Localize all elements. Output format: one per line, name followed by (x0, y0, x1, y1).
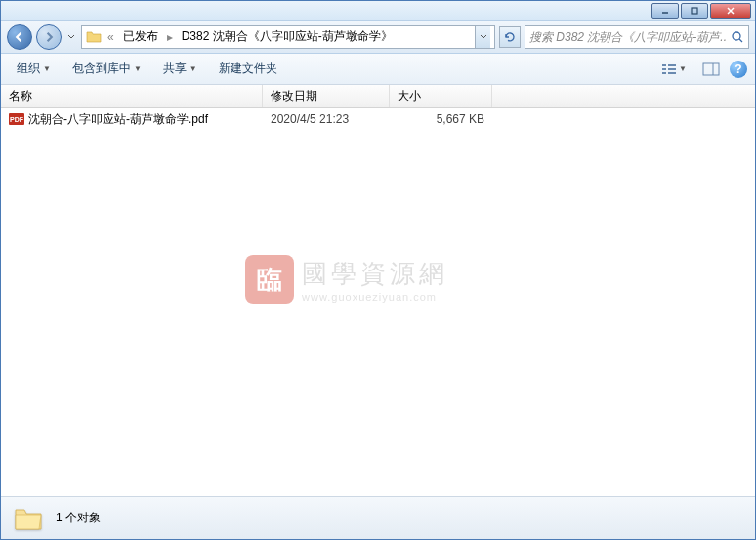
preview-pane-button[interactable] (698, 59, 724, 80)
file-size-cell: 5,667 KB (390, 112, 492, 126)
newfolder-label: 新建文件夹 (219, 61, 277, 77)
breadcrumb-separator-icon: ▸ (165, 30, 175, 44)
window-controls (651, 3, 751, 19)
maximize-button[interactable] (681, 3, 708, 19)
column-header-date[interactable]: 修改日期 (263, 85, 390, 107)
organize-button[interactable]: 组织 ▼ (9, 57, 59, 81)
search-box[interactable] (525, 25, 749, 49)
svg-rect-12 (703, 63, 719, 75)
toolbar: 组织 ▼ 包含到库中 ▼ 共享 ▼ 新建文件夹 ▼ ? (1, 54, 755, 85)
back-button[interactable] (7, 24, 32, 50)
watermark-logo: 臨 (245, 255, 294, 304)
svg-rect-1 (692, 8, 697, 14)
include-label: 包含到库中 (72, 61, 131, 77)
svg-rect-8 (662, 72, 666, 74)
navigation-row: « 已发布 ▸ D382 沈朝合《八字叩应站-葫芦墩命学》 (1, 21, 755, 54)
dropdown-arrow-icon: ▼ (679, 64, 687, 73)
svg-rect-6 (662, 64, 666, 66)
watermark-url: www.guoxueziyuan.com (302, 291, 448, 303)
share-label: 共享 (163, 61, 187, 77)
refresh-button[interactable] (499, 26, 521, 48)
folder-icon (13, 503, 44, 534)
new-folder-button[interactable]: 新建文件夹 (211, 57, 285, 81)
view-icon (661, 62, 677, 76)
pdf-icon: PDF (9, 113, 24, 125)
file-name-cell: PDF 沈朝合-八字叩应站-葫芦墩命学.pdf (1, 111, 263, 128)
file-date-cell: 2020/4/5 21:23 (263, 112, 390, 126)
svg-rect-10 (668, 68, 676, 70)
file-list: PDF 沈朝合-八字叩应站-葫芦墩命学.pdf 2020/4/5 21:23 5… (1, 108, 755, 496)
svg-point-4 (733, 32, 740, 40)
help-button[interactable]: ? (730, 61, 747, 78)
dropdown-arrow-icon: ▼ (189, 64, 197, 73)
breadcrumb-item[interactable]: 已发布 (120, 26, 161, 47)
column-header-size[interactable]: 大小 (390, 85, 492, 107)
address-dropdown-button[interactable] (475, 26, 490, 48)
titlebar (1, 1, 755, 21)
search-input[interactable] (529, 30, 727, 44)
svg-rect-9 (668, 64, 676, 66)
forward-button[interactable] (36, 24, 62, 50)
explorer-window: « 已发布 ▸ D382 沈朝合《八字叩应站-葫芦墩命学》 组织 ▼ 包含到库中… (0, 0, 756, 540)
breadcrumb-ellipsis: « (105, 30, 116, 44)
svg-line-5 (739, 39, 742, 42)
watermark: 臨 國學資源網 www.guoxueziyuan.com (245, 255, 448, 304)
refresh-icon (503, 30, 517, 44)
share-button[interactable]: 共享 ▼ (155, 57, 205, 81)
watermark-title: 國學資源網 (302, 257, 448, 291)
column-header-name[interactable]: 名称 (1, 85, 263, 107)
status-bar: 1 个对象 (1, 496, 755, 539)
preview-pane-icon (702, 62, 720, 76)
svg-rect-11 (668, 72, 676, 74)
file-row[interactable]: PDF 沈朝合-八字叩应站-葫芦墩命学.pdf 2020/4/5 21:23 5… (1, 108, 755, 130)
view-options-button[interactable]: ▼ (655, 59, 693, 80)
dropdown-arrow-icon: ▼ (43, 64, 51, 73)
dropdown-arrow-icon: ▼ (134, 64, 142, 73)
svg-rect-7 (662, 68, 666, 70)
address-bar[interactable]: « 已发布 ▸ D382 沈朝合《八字叩应站-葫芦墩命学》 (81, 25, 495, 49)
file-name: 沈朝合-八字叩应站-葫芦墩命学.pdf (28, 111, 208, 128)
column-headers: 名称 修改日期 大小 (1, 85, 755, 108)
breadcrumb-item[interactable]: D382 沈朝合《八字叩应站-葫芦墩命学》 (179, 26, 396, 47)
nav-history-dropdown[interactable] (65, 26, 77, 48)
include-in-library-button[interactable]: 包含到库中 ▼ (64, 57, 149, 81)
status-text: 1 个对象 (56, 510, 101, 526)
minimize-button[interactable] (651, 3, 679, 19)
close-button[interactable] (710, 3, 751, 19)
search-icon (731, 30, 744, 44)
folder-icon (86, 30, 102, 44)
organize-label: 组织 (17, 61, 40, 77)
